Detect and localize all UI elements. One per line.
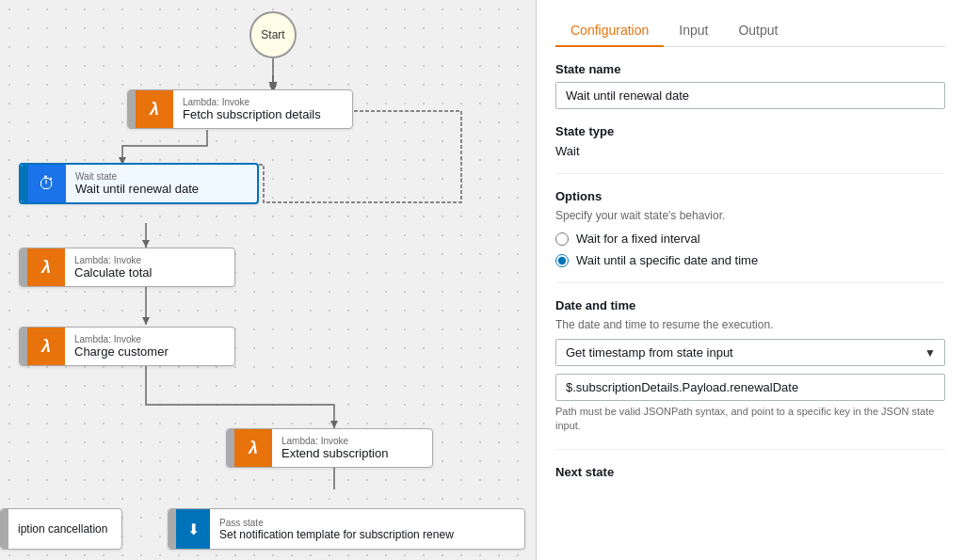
- tab-configuration[interactable]: Configuration: [555, 15, 664, 47]
- node-type: Lambda: Invoke: [183, 97, 321, 107]
- start-node[interactable]: Start: [249, 11, 297, 58]
- node-stripe: [21, 165, 28, 202]
- notification-node[interactable]: ⬇ Pass state Set notification template f…: [168, 508, 525, 550]
- svg-marker-8: [330, 421, 338, 428]
- node-type: Wait state: [75, 171, 199, 182]
- next-state-label: Next state: [555, 465, 945, 479]
- state-type-label: State type: [555, 124, 945, 138]
- date-time-label: Date and time: [555, 298, 945, 312]
- config-tabs: Configuration Input Output: [555, 15, 945, 47]
- tab-output[interactable]: Output: [723, 15, 793, 47]
- option-fixed-label: Wait for a fixed interval: [576, 232, 700, 246]
- state-type-value: Wait: [555, 144, 945, 158]
- state-name-label: State name: [555, 62, 945, 76]
- node-stripe: [1, 509, 8, 549]
- node-name: Set notification template for subscripti…: [219, 528, 454, 541]
- jsonpath-hint: Path must be valid JSONPath syntax, and …: [555, 405, 945, 434]
- config-panel: Configuration Input Output State name St…: [537, 0, 964, 560]
- state-name-section: State name: [555, 62, 945, 109]
- wait-node[interactable]: ⏱ Wait state Wait until renewal date: [19, 163, 259, 204]
- option-specific-time[interactable]: Wait until a specific date and time: [555, 253, 945, 267]
- start-label: Start: [261, 28, 284, 41]
- node-name: iption cancellation: [18, 522, 107, 536]
- divider-3: [555, 449, 945, 450]
- pass-icon: ⬇: [176, 508, 210, 550]
- node-stripe: [20, 328, 27, 365]
- lambda-icon: λ: [234, 429, 272, 467]
- node-name: Charge customer: [74, 344, 169, 359]
- calculate-node[interactable]: λ Lambda: Invoke Calculate total: [19, 248, 235, 287]
- node-type: Pass state: [219, 518, 454, 528]
- state-type-section: State type Wait: [555, 124, 945, 158]
- option-fixed-interval[interactable]: Wait for a fixed interval: [555, 232, 945, 246]
- divider-1: [555, 173, 945, 174]
- fetch-node[interactable]: λ Lambda: Invoke Fetch subscription deta…: [127, 89, 353, 129]
- lambda-icon: λ: [27, 328, 65, 365]
- options-description: Specify your wait state's behavior.: [555, 209, 945, 222]
- node-name: Extend subscription: [281, 446, 388, 460]
- date-time-section: Date and time The date and time to resum…: [555, 298, 945, 434]
- option-specific-label: Wait until a specific date and time: [576, 253, 758, 267]
- options-section: Options Specify your wait state's behavi…: [555, 189, 945, 267]
- lambda-icon: λ: [136, 90, 173, 128]
- date-time-description: The date and time to resume the executio…: [555, 318, 945, 331]
- node-stripe: [128, 90, 136, 128]
- node-stripe: [227, 429, 234, 467]
- cancellation-node[interactable]: iption cancellation: [0, 508, 122, 550]
- svg-marker-5: [142, 240, 150, 248]
- node-stripe: [20, 248, 27, 286]
- radio-specific-time[interactable]: [555, 254, 569, 267]
- wait-icon: ⏱: [28, 165, 66, 202]
- node-name: Calculate total: [74, 265, 152, 280]
- node-type: Lambda: Invoke: [281, 436, 388, 446]
- next-state-section: Next state: [555, 465, 945, 479]
- svg-marker-7: [142, 317, 150, 325]
- divider-2: [555, 282, 945, 283]
- node-type: Lambda: Invoke: [74, 255, 152, 265]
- node-stripe: [169, 509, 176, 549]
- options-label: Options: [555, 189, 945, 203]
- jsonpath-input[interactable]: [555, 374, 945, 401]
- node-type: Lambda: Invoke: [74, 334, 169, 344]
- timestamp-source-select[interactable]: Get timestamp from state input Use a sta…: [555, 339, 945, 366]
- node-name: Fetch subscription details: [183, 107, 321, 121]
- extend-node[interactable]: λ Lambda: Invoke Extend subscription: [226, 428, 433, 468]
- radio-fixed-interval[interactable]: [555, 232, 569, 246]
- node-name: Wait until renewal date: [75, 182, 199, 196]
- workflow-diagram: Start λ Lambda: Invoke Fetch subscriptio…: [0, 0, 537, 560]
- timestamp-source-wrapper: Get timestamp from state input Use a sta…: [555, 339, 945, 366]
- lambda-icon: λ: [27, 248, 65, 286]
- state-name-input[interactable]: [555, 82, 945, 109]
- charge-node[interactable]: λ Lambda: Invoke Charge customer: [19, 327, 235, 366]
- tab-input[interactable]: Input: [664, 15, 723, 47]
